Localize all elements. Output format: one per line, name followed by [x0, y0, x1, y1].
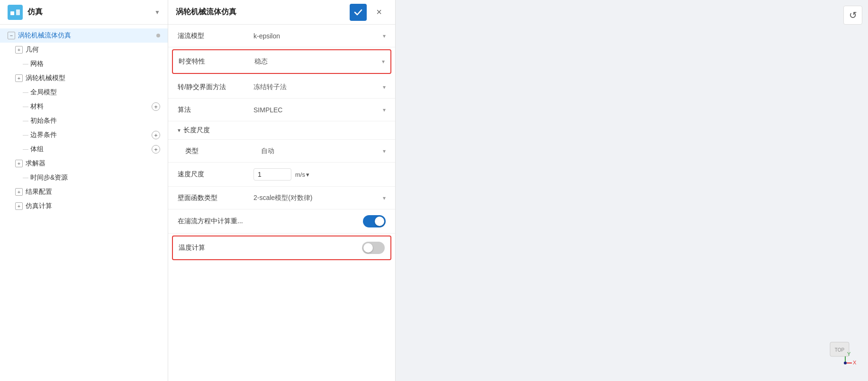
- sidebar-item-label: 边界条件: [30, 131, 57, 139]
- speed-scale-value: m/s ▾: [253, 168, 386, 181]
- field-speed-scale: 速度尺度 m/s ▾: [168, 163, 395, 187]
- tree-dot-indicator: [156, 34, 160, 37]
- undo-button[interactable]: ↺: [843, 6, 862, 25]
- algorithm-value[interactable]: SIMPLEC ▾: [253, 106, 386, 114]
- tree-expand-icon[interactable]: +: [15, 46, 23, 54]
- tree-hline: [23, 121, 28, 121]
- field-rotor-stator: 转/静交界面方法 冻结转子法 ▾: [168, 76, 395, 99]
- chevron-down-icon: ▾: [383, 107, 386, 113]
- add-material-button[interactable]: +: [152, 102, 160, 111]
- temp-calc-toggle[interactable]: [362, 242, 385, 254]
- tree-collapse-icon[interactable]: −: [8, 32, 15, 39]
- sidebar-item-mesh[interactable]: 网格: [0, 57, 168, 71]
- tree-hline: [23, 135, 28, 136]
- tree-expand-icon[interactable]: +: [15, 74, 23, 82]
- length-scale-section-header[interactable]: ▾ 长度尺度: [168, 121, 395, 140]
- sidebar-item-turbomachinery-model[interactable]: + 涡轮机械模型: [0, 71, 168, 85]
- turbulence-model-text: k-epsilon: [253, 32, 280, 40]
- speed-scale-input[interactable]: [253, 168, 291, 181]
- algorithm-label: 算法: [178, 106, 253, 114]
- sidebar-item-sim-calc[interactable]: + 仿真计算: [0, 199, 168, 213]
- speed-scale-label: 速度尺度: [178, 170, 253, 179]
- svg-rect-1: [10, 11, 14, 15]
- axis-svg: TOP Y X: [821, 334, 859, 372]
- svg-rect-2: [16, 9, 20, 15]
- field-algorithm: 算法 SIMPLEC ▾: [168, 99, 395, 121]
- tree-hline: [23, 178, 28, 178]
- svg-text:X: X: [853, 360, 857, 365]
- sidebar-item-label: 结果配置: [26, 188, 52, 196]
- sidebar-header-left: 仿真: [8, 5, 43, 20]
- sidebar-header: 仿真 ▼: [0, 0, 168, 25]
- sidebar-collapse-icon[interactable]: ▼: [154, 9, 160, 16]
- sidebar-item-volume-group[interactable]: 体组 +: [0, 142, 168, 156]
- rotor-stator-value[interactable]: 冻结转子法 ▾: [253, 83, 386, 91]
- tree-expand-icon[interactable]: +: [15, 202, 23, 210]
- wall-func-text: 2-scale模型(对数律): [253, 194, 312, 202]
- sidebar-item-label: 求解器: [26, 159, 45, 168]
- length-type-label: 类型: [185, 147, 261, 155]
- sidebar-title: 仿真: [27, 7, 43, 17]
- sidebar-item-global-model[interactable]: 全局模型: [0, 85, 168, 100]
- sidebar-item-label: 涡轮机械流体仿真: [18, 31, 71, 40]
- turbulence-model-label: 湍流模型: [178, 32, 253, 40]
- sidebar-item-timestep[interactable]: 时间步&资源: [0, 171, 168, 185]
- sidebar-item-initial-conditions[interactable]: 初始条件: [0, 114, 168, 128]
- speed-unit-text: m/s: [295, 171, 305, 178]
- sidebar-item-solver[interactable]: + 求解器: [0, 156, 168, 171]
- sidebar: 仿真 ▼ − 涡轮机械流体仿真 + 几何 网格 + 涡轮机械模型 全局模型: [0, 0, 168, 381]
- sidebar-item-result-config[interactable]: + 结果配置: [0, 185, 168, 199]
- time-characteristic-value[interactable]: 稳态 ▾: [254, 57, 385, 66]
- length-type-value[interactable]: 自动 ▾: [261, 147, 386, 155]
- dialog-header-actions: ×: [350, 4, 388, 21]
- sidebar-item-turbomachinery-sim[interactable]: − 涡轮机械流体仿真: [0, 28, 168, 43]
- length-type-text: 自动: [261, 147, 274, 155]
- sidebar-item-label: 几何: [26, 45, 39, 54]
- field-turbulence-model: 湍流模型 k-epsilon ▾: [168, 25, 395, 47]
- dialog-panel: 涡轮机械流体仿真 × 湍流模型 k-epsilon ▾: [168, 0, 396, 381]
- tree-hline: [23, 107, 28, 107]
- chevron-down-icon: ▾: [382, 58, 385, 65]
- calc-in-turbulence-toggle[interactable]: [363, 215, 386, 227]
- sidebar-item-label: 全局模型: [30, 88, 57, 97]
- svg-point-9: [844, 362, 847, 364]
- chevron-down-icon: ▾: [383, 148, 386, 154]
- toggle-knob: [363, 243, 373, 253]
- time-characteristic-label: 时变特性: [179, 57, 254, 66]
- speed-unit[interactable]: m/s ▾: [295, 171, 309, 178]
- tree-expand-icon[interactable]: +: [15, 188, 23, 196]
- confirm-button[interactable]: [350, 4, 367, 21]
- calc-in-turbulence-label: 在湍流方程中计算重...: [178, 217, 253, 226]
- sidebar-item-boundary-conditions[interactable]: 边界条件 +: [0, 128, 168, 142]
- sidebar-item-label: 体组: [30, 145, 44, 154]
- sidebar-item-label: 网格: [30, 60, 44, 68]
- close-button[interactable]: ×: [371, 4, 388, 21]
- chevron-down-icon: ▾: [383, 33, 386, 39]
- field-length-type: 类型 自动 ▾: [168, 140, 395, 163]
- main-area: 涡轮机械流体仿真 × 湍流模型 k-epsilon ▾: [168, 0, 868, 381]
- temp-calc-label: 温度计算: [179, 244, 254, 252]
- tree-hline: [23, 149, 28, 150]
- sidebar-tree: − 涡轮机械流体仿真 + 几何 网格 + 涡轮机械模型 全局模型 材料 +: [0, 25, 168, 381]
- sidebar-item-materials[interactable]: 材料 +: [0, 100, 168, 114]
- undo-icon: ↺: [849, 9, 857, 21]
- algorithm-text: SIMPLEC: [253, 106, 282, 114]
- sidebar-item-label: 材料: [30, 102, 44, 111]
- turbulence-model-value[interactable]: k-epsilon ▾: [253, 32, 386, 40]
- dialog-title: 涡轮机械流体仿真: [176, 7, 236, 17]
- sidebar-item-geometry[interactable]: + 几何: [0, 43, 168, 57]
- speed-input-group: m/s ▾: [253, 168, 309, 181]
- speed-unit-chevron: ▾: [306, 171, 309, 178]
- toggle-knob: [375, 217, 384, 226]
- rotor-stator-text: 冻结转子法: [253, 83, 287, 91]
- dialog-header: 涡轮机械流体仿真 ×: [168, 0, 395, 25]
- chevron-down-icon: ▾: [383, 84, 386, 91]
- sidebar-item-label: 仿真计算: [26, 202, 52, 210]
- app-logo: [8, 5, 23, 20]
- add-boundary-button[interactable]: +: [152, 131, 160, 139]
- add-volume-button[interactable]: +: [152, 145, 160, 154]
- rotor-stator-label: 转/静交界面方法: [178, 83, 253, 91]
- tree-expand-icon[interactable]: +: [15, 160, 23, 167]
- wall-func-value[interactable]: 2-scale模型(对数律) ▾: [253, 194, 386, 202]
- chevron-down-icon: ▾: [383, 195, 386, 201]
